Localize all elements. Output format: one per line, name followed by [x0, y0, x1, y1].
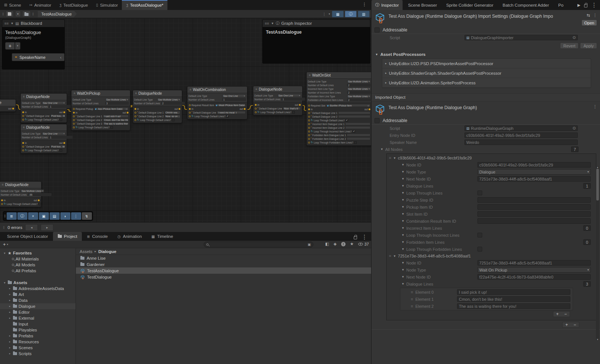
- input-port-icon[interactable]: [134, 112, 136, 114]
- favorites-root[interactable]: ▼ ★ Favorites: [0, 250, 76, 256]
- inspector-row-field[interactable]: [477, 204, 591, 210]
- inspector-row-checkbox[interactable]: [477, 191, 482, 195]
- output-port[interactable]: out: [240, 108, 246, 110]
- lock-icon[interactable]: [584, 4, 587, 7]
- node-property-control[interactable]: Say Multiple Lines▾: [157, 98, 181, 101]
- node-row-field[interactable]: Meat (Pickup Item Data): [215, 104, 246, 107]
- inspector-row-field[interactable]: [477, 197, 591, 203]
- all-nodes-header[interactable]: ▼ All Nodes 7: [371, 146, 600, 153]
- input-port-icon[interactable]: [308, 134, 310, 136]
- input-port-icon[interactable]: [73, 115, 75, 117]
- graph-node[interactable]: ≡ WaitOnSlot Default Line Type Say Multi…: [306, 72, 371, 146]
- node-row-field[interactable]: [347, 137, 370, 140]
- input-port-icon[interactable]: [308, 119, 310, 121]
- graph-node[interactable]: ≡ DialogueNode Default Line Type Say Mul…: [133, 90, 182, 123]
- graph-footer-button[interactable]: ⋮: [71, 212, 81, 220]
- foldout-arrow-icon[interactable]: ▼: [401, 240, 406, 244]
- foldout-arrow-icon[interactable]: ▼: [401, 233, 406, 237]
- file-row[interactable]: {} Gardener: [76, 261, 371, 267]
- foldout-arrow-icon[interactable]: ▼: [401, 191, 406, 195]
- node-property-control[interactable]: Say One Line▾: [222, 94, 246, 97]
- output-port[interactable]: out: [59, 142, 65, 144]
- foldout-arrow-icon[interactable]: ▼: [401, 275, 406, 279]
- foldout-arrow-icon[interactable]: ▼: [401, 247, 406, 251]
- postprocessor-row[interactable]: ▸ UnityEditor.ShaderGraph.ShaderGraphAss…: [382, 68, 591, 78]
- foldout-arrow-icon[interactable]: ▸: [8, 352, 11, 355]
- tab-scroll-right-icon[interactable]: ▸: [577, 1, 580, 9]
- graph-view-toggle-button[interactable]: ▦: [332, 11, 344, 17]
- foldout-arrow-icon[interactable]: ▼: [401, 226, 406, 230]
- input-port-icon[interactable]: [1, 203, 3, 205]
- foldout-arrow-icon[interactable]: ▸: [8, 299, 11, 302]
- node-row-field[interactable]: Bonfire (Pickup Item: [326, 104, 370, 107]
- node-title-bar[interactable]: ≡ WaitOnSlot: [307, 72, 371, 78]
- postprocessor-row[interactable]: ▸ UnityEditor.U2D.PSD.PSDImporterAssetPo…: [382, 59, 591, 68]
- output-port[interactable]: out: [34, 199, 40, 202]
- node-property-control[interactable]: 1▾: [222, 98, 246, 101]
- element-field[interactable]: I said pick it up!: [457, 289, 570, 295]
- file-row[interactable]: {} Anne Lise: [76, 255, 371, 261]
- input-port-icon[interactable]: [73, 127, 75, 128]
- input-port-icon[interactable]: [189, 115, 191, 117]
- previous-error-button[interactable]: ◂: [25, 224, 38, 231]
- node-row-checkbox[interactable]: [60, 149, 62, 152]
- input-port-icon[interactable]: [22, 146, 24, 148]
- drag-handle-icon[interactable]: =: [389, 254, 391, 258]
- input-port-icon[interactable]: [22, 115, 24, 117]
- toolbar-drag-handle[interactable]: ‖: [3, 225, 4, 230]
- foldout-arrow-icon[interactable]: ▼: [401, 261, 406, 264]
- postprocessors-header[interactable]: ▼ Asset PostProcessors: [371, 51, 600, 58]
- revert-button[interactable]: Revert: [560, 43, 579, 49]
- editor-tab[interactable]: ▯ Simulator: [92, 0, 122, 10]
- toolbar-drag-handle[interactable]: ‖: [4, 214, 5, 218]
- blackboard-variable[interactable]: “ SpeakerName ‹: [12, 53, 64, 61]
- input-port-icon[interactable]: [73, 112, 75, 114]
- graph-node[interactable]: ≡ WaitOnCombination Default Line Type Sa…: [187, 86, 247, 119]
- graph-footer-button[interactable]: ×: [28, 212, 38, 220]
- foldout-arrow-icon[interactable]: ▼: [401, 184, 406, 188]
- node-row-field[interactable]: Ass (Pickup Item Data): [94, 107, 129, 110]
- scrollbar[interactable]: ▴ ▾: [596, 166, 599, 340]
- addressable-checkbox[interactable]: [374, 27, 380, 33]
- add-element-button[interactable]: +: [553, 311, 561, 317]
- node-row-field[interactable]: The ass is waiting there for y: [103, 122, 129, 125]
- foldout-arrow-icon[interactable]: ▼: [3, 252, 6, 255]
- node-title-bar[interactable]: ≡ DialogueNode: [253, 86, 302, 92]
- foldout-arrow-icon[interactable]: ▸: [8, 340, 11, 343]
- node-property-control[interactable]: Say One Line▾: [42, 132, 66, 135]
- inspector-tab[interactable]: Sprite Collider Generator: [441, 0, 497, 10]
- graph-footer-button[interactable]: ▣: [39, 212, 49, 220]
- node-row-field[interactable]: I said pick it up!: [103, 115, 129, 118]
- input-port-icon[interactable]: [308, 112, 310, 114]
- foldout-arrow-icon[interactable]: ▼: [401, 219, 406, 223]
- addressable-checkbox[interactable]: [374, 118, 380, 123]
- open-search-window-icon[interactable]: ▣: [307, 243, 311, 246]
- open-button[interactable]: Open: [581, 20, 597, 26]
- inspector-row-dropdown[interactable]: Wait On Pickup▾: [477, 267, 591, 273]
- graph-footer-button[interactable]: ↯: [82, 212, 92, 220]
- node-row-checkbox[interactable]: [354, 141, 357, 144]
- output-port[interactable]: out: [59, 111, 65, 114]
- toolbar-filter-button[interactable]: ◧: [325, 242, 329, 246]
- foldout-arrow-icon[interactable]: ▼: [401, 177, 406, 181]
- node-property-control[interactable]: Say One Line▾: [42, 101, 66, 104]
- postprocessor-row[interactable]: ▸ UnityEditor.U2D.Animation.SpritePostPr…: [382, 78, 591, 88]
- toolbar-filter-button[interactable]: ◈: [333, 242, 336, 246]
- node-title-bar[interactable]: ≡ DialogueNode: [21, 124, 67, 131]
- node-property-control[interactable]: Say One Line▾: [277, 94, 301, 97]
- input-port-icon[interactable]: [308, 108, 310, 110]
- favorites-item[interactable]: All Models: [0, 262, 76, 268]
- breadcrumb-root[interactable]: Assets: [80, 249, 93, 254]
- foldout-arrow-icon[interactable]: ▼: [401, 282, 406, 286]
- add-node-button[interactable]: +: [563, 322, 571, 327]
- graph-footer-button[interactable]: ▤: [50, 212, 60, 220]
- node-row-field[interactable]: Cmon, don't be like this!: [103, 118, 129, 121]
- node-property-control[interactable]: 3▾: [105, 102, 129, 105]
- kebab-menu-icon[interactable]: ⋮: [591, 1, 597, 9]
- foldout-arrow-icon[interactable]: ▸: [385, 81, 387, 84]
- graph-inspector-panel[interactable]: ≡≡ ▼ ⓘ Graph Inspector TestAssDialogue: [262, 19, 370, 64]
- input-port-icon[interactable]: [73, 119, 75, 121]
- node-title-bar[interactable]: ≡ DialogueNode: [0, 182, 41, 188]
- drag-handle-icon[interactable]: =: [411, 290, 413, 294]
- script-field[interactable]: DialogueGraphImporter: [464, 35, 578, 40]
